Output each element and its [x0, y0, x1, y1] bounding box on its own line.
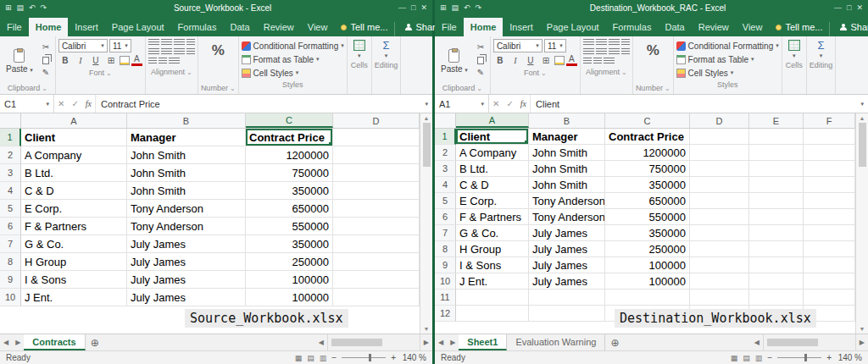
- align-middle-icon[interactable]: [596, 39, 607, 47]
- borders-button[interactable]: ⊞: [104, 54, 118, 66]
- menu-tab-formulas[interactable]: Formulas: [606, 18, 659, 36]
- borders-button[interactable]: ⊞: [539, 54, 553, 66]
- format-painter-button[interactable]: ✎: [39, 66, 53, 78]
- zoom-level[interactable]: 140 %: [401, 353, 426, 362]
- cell-A10[interactable]: J Ent.: [21, 289, 127, 306]
- cell-A7[interactable]: G & Co.: [21, 235, 127, 253]
- cell-C9[interactable]: 100000: [605, 257, 690, 273]
- align-right-icon[interactable]: [174, 48, 185, 56]
- cell-F3[interactable]: [804, 161, 855, 177]
- font-size-select[interactable]: 11▾: [109, 39, 131, 52]
- cell-B7[interactable]: July James: [127, 235, 246, 253]
- row-header-10[interactable]: 10: [0, 289, 21, 306]
- cell-B7[interactable]: July James: [529, 225, 605, 241]
- font-name-select[interactable]: Calibri▾: [58, 39, 108, 52]
- orientation-icon[interactable]: [186, 39, 195, 47]
- sheet-nav-prev-icon[interactable]: ◀: [0, 334, 12, 350]
- align-bottom-icon[interactable]: [609, 39, 620, 47]
- save-icon[interactable]: ▤: [452, 4, 459, 12]
- menu-tab-view[interactable]: View: [301, 18, 335, 36]
- cancel-icon[interactable]: ✕: [54, 95, 68, 113]
- cell-D3[interactable]: [333, 164, 420, 182]
- view-normal-icon[interactable]: ▦: [295, 354, 303, 362]
- cell-B3[interactable]: John Smith: [529, 161, 605, 177]
- increase-indent-icon[interactable]: [593, 58, 602, 65]
- column-header-F[interactable]: F: [804, 113, 855, 128]
- save-icon[interactable]: ▤: [17, 4, 25, 12]
- cell-E11[interactable]: [749, 290, 804, 306]
- percent-style-button[interactable]: %: [636, 39, 670, 83]
- group-label-alignment[interactable]: Alignment⌄: [148, 67, 195, 77]
- row-header-7[interactable]: 7: [435, 225, 456, 241]
- cell-C4[interactable]: 350000: [246, 182, 333, 200]
- share-button[interactable]: Share: [829, 22, 868, 36]
- format-as-table-button[interactable]: Format as Table▾: [676, 52, 779, 66]
- cell-C11[interactable]: [605, 290, 690, 306]
- menu-tab-review[interactable]: Review: [257, 18, 301, 36]
- insert-function-icon[interactable]: fx: [82, 95, 96, 113]
- group-label-clipboard[interactable]: Clipboard⌄: [3, 83, 53, 93]
- column-header-A[interactable]: A: [456, 113, 529, 128]
- paste-button[interactable]: Paste ▾: [3, 39, 36, 83]
- cell-B10[interactable]: July James: [127, 289, 246, 306]
- cell-A6[interactable]: F & Partners: [456, 209, 529, 225]
- view-page-layout-icon[interactable]: ▤: [743, 354, 750, 362]
- cell-E4[interactable]: [749, 177, 804, 193]
- cell-A5[interactable]: E Corp.: [21, 200, 127, 218]
- cell-A5[interactable]: E Corp.: [456, 193, 529, 209]
- italic-button[interactable]: I: [74, 54, 87, 66]
- sheet-nav-next-icon[interactable]: ▶: [12, 334, 24, 350]
- cell-F8[interactable]: [804, 241, 855, 257]
- cell-C3[interactable]: 750000: [605, 161, 690, 177]
- formula-bar[interactable]: Contract Price: [96, 95, 420, 113]
- cell-B5[interactable]: Tony Anderson: [127, 200, 246, 218]
- cell-A9[interactable]: I & Sons: [21, 271, 127, 289]
- cell-D10[interactable]: [333, 289, 420, 306]
- view-normal-icon[interactable]: ▦: [731, 354, 738, 362]
- underline-button[interactable]: U: [524, 54, 537, 66]
- vertical-scroll-thumb[interactable]: [423, 123, 431, 167]
- cell-E5[interactable]: [749, 193, 804, 209]
- menu-tab-page-layout[interactable]: Page Layout: [540, 18, 606, 36]
- name-box[interactable]: A1▾: [435, 95, 489, 113]
- cell-D9[interactable]: [690, 257, 749, 273]
- cell-A9[interactable]: I & Sons: [456, 257, 529, 273]
- undo-icon[interactable]: ↶: [29, 4, 36, 12]
- cells-button[interactable]: ▾: [785, 39, 804, 60]
- menu-tab-formulas[interactable]: Formulas: [171, 18, 224, 36]
- cell-A7[interactable]: G & Co.: [456, 225, 529, 241]
- view-page-break-icon[interactable]: ▥: [755, 354, 763, 362]
- zoom-in-button[interactable]: +: [826, 353, 832, 362]
- menu-tab-home[interactable]: Home: [29, 18, 69, 36]
- zoom-slider[interactable]: [342, 357, 386, 358]
- cell-B1[interactable]: Manager: [529, 129, 605, 145]
- cell-F2[interactable]: [804, 145, 855, 161]
- menu-tab-data[interactable]: Data: [658, 18, 691, 36]
- underline-button[interactable]: U: [89, 54, 103, 66]
- align-center-icon[interactable]: [596, 48, 607, 56]
- group-label-alignment[interactable]: Alignment⌄: [583, 67, 630, 77]
- cell-C2[interactable]: 1200000: [605, 145, 690, 161]
- cell-A11[interactable]: [456, 290, 529, 306]
- row-header-1[interactable]: 1: [435, 129, 456, 145]
- editing-button[interactable]: Σ ▾: [810, 39, 833, 60]
- row-header-1[interactable]: 1: [0, 129, 21, 146]
- cell-D7[interactable]: [690, 225, 749, 241]
- horizontal-scroll-thumb[interactable]: [331, 339, 382, 346]
- cell-A8[interactable]: H Group: [456, 241, 529, 257]
- column-header-A[interactable]: A: [21, 113, 127, 128]
- cell-D11[interactable]: [690, 290, 749, 306]
- scroll-up-icon[interactable]: ▲: [860, 115, 865, 121]
- wrap-text-icon[interactable]: [621, 48, 630, 56]
- sheet-tab-contracts[interactable]: Contracts: [24, 334, 85, 350]
- cell-E10[interactable]: [749, 273, 804, 290]
- row-header-9[interactable]: 9: [0, 271, 21, 289]
- cell-D1[interactable]: [333, 129, 420, 146]
- insert-function-icon[interactable]: fx: [517, 95, 531, 113]
- editing-button[interactable]: Σ ▾: [375, 39, 398, 60]
- scroll-down-icon[interactable]: ▼: [424, 326, 430, 332]
- zoom-out-button[interactable]: −: [331, 353, 337, 362]
- align-top-icon[interactable]: [583, 39, 594, 47]
- formula-bar-expand-icon[interactable]: ▾: [856, 95, 868, 113]
- cell-B3[interactable]: John Smith: [127, 164, 246, 182]
